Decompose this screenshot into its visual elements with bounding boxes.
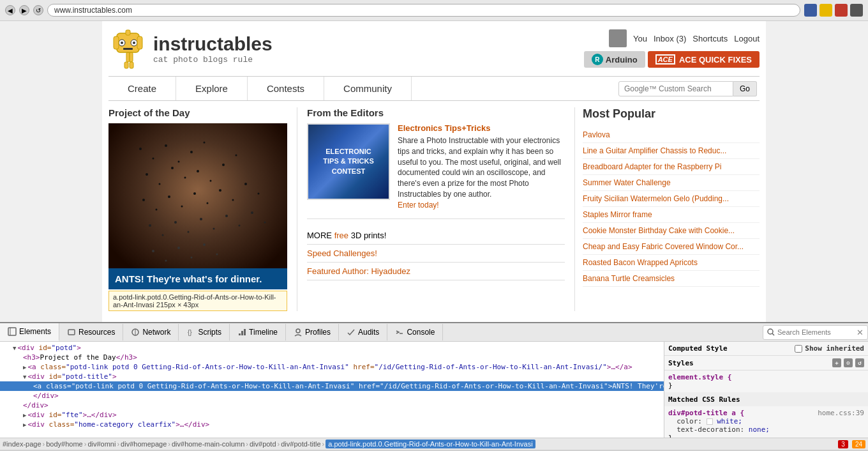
ext-icon-3[interactable]: [835, 4, 848, 17]
svg-point-25: [210, 180, 212, 182]
popular-item-0: Pavlova: [583, 127, 760, 143]
back-button[interactable]: ◀: [5, 5, 15, 15]
styles-settings-btn[interactable]: ⚙: [844, 358, 853, 367]
dom-line-4-selected[interactable]: <a class="potd-link potd 0 Getting-Rid-o…: [0, 381, 664, 391]
logo-area: instructables cat photo blogs rule: [108, 26, 273, 71]
popular-link-0[interactable]: Pavlova: [583, 130, 610, 139]
devtools-search-area: ✕: [763, 325, 868, 340]
popular-link-1[interactable]: Line a Guitar Amplifier Chassis to Reduc…: [583, 146, 726, 155]
popular-link-2[interactable]: Breadboard Adapter for the Raspberry Pi: [583, 162, 721, 171]
editors-title: From the Editors: [307, 107, 565, 118]
scripts-icon: {}: [186, 328, 195, 337]
breadcrumb-4[interactable]: div#home-main-column: [172, 440, 244, 448]
breadcrumb-1[interactable]: body#home: [46, 440, 83, 448]
styles-refresh-btn[interactable]: ↺: [855, 358, 864, 367]
val-color: white;: [717, 417, 742, 425]
svg-point-2: [121, 42, 123, 44]
contest-image-text: ELECTRONICTIPS & TRICKSCONTEST: [318, 142, 378, 181]
style-rule-1: div#potd-title a { home.css:39 color: wh…: [664, 406, 868, 438]
editor-free-link[interactable]: free: [334, 231, 348, 240]
url-bar[interactable]: [47, 4, 800, 17]
tag-div2-close: >: [112, 372, 117, 381]
forward-button[interactable]: ▶: [19, 5, 29, 15]
popular-section: Most Popular Pavlova Line a Guitar Ampli…: [574, 107, 760, 311]
ext-icon-4[interactable]: [850, 4, 863, 17]
arduino-label: Arduino: [606, 55, 638, 65]
inbox-link[interactable]: Inbox (3): [654, 34, 686, 43]
arduino-button[interactable]: R Arduino: [584, 51, 645, 68]
popular-link-4[interactable]: Fruity Sicilian Watermelon Gelo (Pudding…: [583, 194, 729, 203]
nav-create[interactable]: Create: [108, 77, 176, 100]
search-button[interactable]: Go: [733, 81, 757, 96]
show-inherited-checkbox[interactable]: [795, 345, 802, 353]
dom-line-2[interactable]: ▶<a class="potd-link potd 0 Getting-Rid-…: [0, 362, 664, 372]
editor-speed-link[interactable]: Speed Challenges!: [307, 248, 377, 258]
popular-link-3[interactable]: Summer Water Challenge: [583, 178, 671, 187]
devtools-tab-profiles[interactable]: Profiles: [286, 324, 339, 340]
tag-close: >: [77, 344, 81, 352]
search-input[interactable]: [618, 81, 733, 96]
logout-link[interactable]: Logout: [734, 34, 760, 43]
dom-line-8[interactable]: ▶<div class="home-category clearfix">…</…: [0, 420, 664, 429]
devtools-tab-console[interactable]: Console: [387, 324, 443, 340]
popular-link-7[interactable]: Cheap and Easy Fabric Covered Window Cor…: [583, 242, 744, 251]
devtools-tab-audits[interactable]: Audits: [339, 324, 387, 340]
styles-add-btn[interactable]: +: [832, 358, 841, 367]
devtools-tab-network[interactable]: Network: [123, 324, 179, 340]
ext-icon-2[interactable]: [819, 4, 832, 17]
popular-item-9: Banana Turtle Creamsicles: [583, 271, 760, 287]
popular-link-9[interactable]: Banana Turtle Creamsicles: [583, 274, 675, 283]
popular-link-6[interactable]: Cookie Monster Birthday Cake with Cookie…: [583, 226, 735, 235]
dom-line-3[interactable]: ▼<div id="potd-title">: [0, 372, 664, 381]
timeline-icon: [237, 328, 246, 337]
svg-point-4: [133, 42, 135, 44]
search-area: Go: [616, 79, 760, 99]
breadcrumb-2[interactable]: div#omni: [87, 440, 116, 448]
svg-point-15: [153, 158, 154, 160]
arduino-logo-icon: R: [592, 54, 603, 65]
reload-button[interactable]: ↺: [33, 5, 43, 15]
devtools-tab-resources[interactable]: Resources: [59, 324, 123, 340]
svg-rect-62: [244, 329, 246, 335]
devtools-tab-scripts[interactable]: {} Scripts: [179, 324, 230, 340]
breadcrumb-3[interactable]: div#homepage: [121, 440, 167, 448]
breadcrumb-5[interactable]: div#potd: [250, 440, 276, 448]
editor-item-3: Featured Author: Hiyadudez: [307, 263, 565, 280]
user-avatar: [609, 29, 627, 47]
sep-3: ›: [168, 440, 170, 448]
devtools-content: ▼<div id="potd"> <h3>Project of the Day<…: [0, 342, 868, 438]
editor-author-link[interactable]: Featured Author: Hiyadudez: [307, 266, 410, 276]
devtools-search-close[interactable]: ✕: [857, 328, 864, 337]
ext-icon-1[interactable]: [804, 4, 817, 17]
dom-line-0[interactable]: ▼<div id="potd">: [0, 343, 664, 353]
user-name[interactable]: You: [633, 34, 647, 43]
contest-title[interactable]: Electronics Tips+Tricks: [398, 123, 565, 133]
devtools-search-input[interactable]: [777, 328, 854, 336]
dom-line-1[interactable]: <h3>Project of the Day</h3>: [0, 353, 664, 362]
devtools-tab-timeline[interactable]: Timeline: [230, 324, 286, 340]
dom-line-6[interactable]: </div>: [0, 401, 664, 410]
selected-href-attr: href=: [359, 382, 380, 390]
devtools-tab-elements[interactable]: Elements: [0, 323, 59, 341]
nav-contests[interactable]: Contests: [248, 77, 324, 100]
shortcuts-link[interactable]: Shortcuts: [692, 34, 728, 43]
popular-link-8[interactable]: Roasted Bacon Wrapped Apricots: [583, 258, 698, 267]
nav-community[interactable]: Community: [324, 77, 412, 100]
breadcrumb-7-selected[interactable]: a.potd-link.potd.0.Getting-Rid-of-Ants-o…: [326, 440, 535, 448]
dom-line-5[interactable]: </div>: [0, 391, 664, 401]
contest-image[interactable]: ELECTRONICTIPS & TRICKSCONTEST: [307, 123, 390, 200]
svg-rect-11: [124, 62, 128, 68]
tag-id-fte: id=: [49, 411, 62, 419]
ace-button[interactable]: ACE ACE QUICK FIXES: [648, 51, 760, 68]
breadcrumb-6[interactable]: div#potd-title: [281, 440, 320, 448]
svg-rect-8: [130, 52, 133, 62]
potd-caption[interactable]: ANTS! They're what's for dinner.: [108, 268, 287, 289]
svg-rect-12: [130, 62, 133, 68]
contest-enter-link[interactable]: Enter today!: [398, 201, 439, 210]
nav-explore[interactable]: Explore: [176, 77, 248, 100]
popular-link-5[interactable]: Staples Mirror frame: [583, 210, 652, 219]
svg-point-17: [178, 161, 180, 163]
breadcrumb-0[interactable]: #index-page: [3, 440, 41, 448]
potd-image-container[interactable]: ANTS! They're what's for dinner.: [108, 123, 287, 289]
dom-line-7[interactable]: ▶<div id="fte">…</div>: [0, 410, 664, 420]
